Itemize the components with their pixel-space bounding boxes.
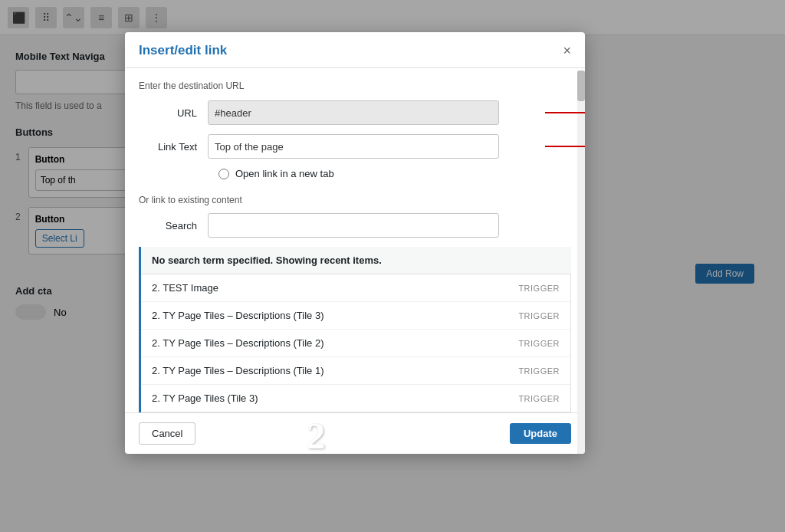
modal-body: Enter the destination URL URL Link Text — [125, 68, 585, 412]
result-item[interactable]: 2. TEST Image TRIGGER — [141, 274, 570, 302]
search-info-text: No search term specified. Showing recent… — [152, 255, 382, 266]
url-arrow-line — [545, 112, 585, 113]
modal-scrollbar-thumb — [577, 71, 585, 101]
search-results-container: No search term specified. Showing recent… — [139, 247, 571, 412]
open-new-tab-radio[interactable] — [218, 169, 229, 179]
link-text-input[interactable] — [208, 134, 499, 159]
modal-close-button[interactable]: × — [563, 44, 571, 57]
result-badge: TRIGGER — [518, 366, 560, 376]
link-text-row: Link Text — [139, 134, 571, 159]
insert-edit-link-modal: Insert/edit link × Enter the destination… — [125, 32, 585, 454]
url-row: URL — [139, 100, 571, 125]
result-badge: TRIGGER — [518, 339, 560, 348]
cancel-button[interactable]: Cancel — [139, 422, 195, 445]
result-badge: TRIGGER — [518, 394, 560, 403]
modal-footer: Cancel 2 Update — [125, 412, 585, 454]
result-title: 2. TY Page Tiles – Descriptions (Tile 3) — [152, 310, 324, 321]
result-title: 2. TY Page Tiles (Tile 3) — [152, 392, 258, 404]
search-input[interactable] — [208, 213, 499, 238]
url-arrow — [545, 108, 585, 117]
url-input[interactable] — [208, 100, 499, 125]
result-badge: TRIGGER — [518, 311, 560, 320]
result-badge: TRIGGER — [518, 284, 560, 293]
result-title: 2. TY Page Tiles – Descriptions (Tile 2) — [152, 337, 324, 349]
modal-scrollbar[interactable] — [577, 71, 585, 454]
search-row: Search — [139, 213, 571, 238]
search-info-bar: No search term specified. Showing recent… — [141, 247, 571, 274]
link-text-label: Link Text — [139, 141, 208, 153]
result-item[interactable]: 2. TY Page Tiles – Descriptions (Tile 2)… — [141, 330, 570, 357]
open-new-tab-label: Open link in a new tab — [235, 168, 334, 179]
results-list[interactable]: 2. TEST Image TRIGGER 2. TY Page Tiles –… — [141, 274, 571, 412]
result-item[interactable]: 2. TY Page Tiles – Descriptions (Tile 1)… — [141, 357, 570, 385]
url-label: URL — [139, 107, 208, 119]
modal-header: Insert/edit link × — [125, 32, 585, 68]
search-label: Search — [139, 220, 208, 232]
link-text-arrow — [545, 142, 585, 151]
result-title: 2. TY Page Tiles – Descriptions (Tile 1) — [152, 365, 324, 376]
annotation-number: 2 — [307, 415, 325, 455]
result-title: 2. TEST Image — [152, 282, 218, 294]
modal-title: Insert/edit link — [139, 43, 227, 58]
open-new-tab-row: Open link in a new tab — [139, 168, 571, 179]
modal-subtitle: Enter the destination URL — [139, 80, 571, 91]
or-link-label: Or link to existing content — [139, 192, 571, 205]
update-button[interactable]: Update — [510, 423, 571, 444]
result-item[interactable]: 2. TY Page Tiles – Descriptions (Tile 3)… — [141, 302, 570, 330]
result-item[interactable]: 2. TY Page Tiles (Tile 3) TRIGGER — [141, 385, 570, 412]
search-info-suffix: Showing recent items. — [276, 255, 382, 266]
link-text-arrow-line — [545, 146, 585, 147]
